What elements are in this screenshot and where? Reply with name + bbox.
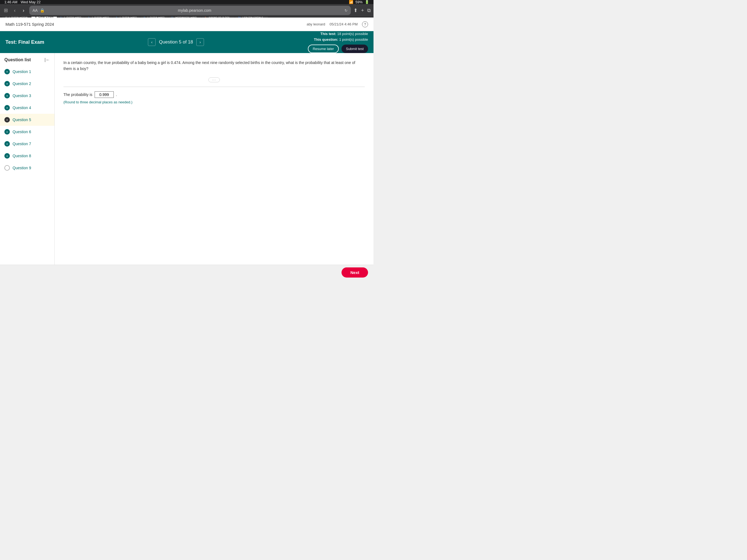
question-list-sidebar: Question list |← ● Question 1 ● Question… [0, 53, 55, 265]
question-item-3[interactable]: ● Question 3 [0, 90, 54, 102]
question-item-4[interactable]: ● Question 4 [0, 102, 54, 114]
forward-button[interactable]: › [21, 6, 27, 15]
status-time: 1:46 AM [4, 0, 18, 4]
main-layout: Question list |← ● Question 1 ● Question… [0, 53, 374, 265]
status-bar: 1:46 AM Wed May 22 📶 59% 🔋 [0, 0, 374, 4]
q-status-icon-3: ● [4, 93, 10, 98]
status-left: 1:46 AM Wed May 22 [4, 0, 41, 4]
q-status-icon-4: ● [4, 105, 10, 110]
help-icon[interactable]: ? [362, 21, 368, 27]
question-label-5: Question 5 [12, 118, 31, 122]
expand-dots: ··· [208, 77, 220, 82]
tabs-button[interactable]: ⧉ [367, 8, 371, 14]
test-right: This test: 18 point(s) possible This que… [308, 31, 368, 53]
q-status-icon-2: ● [4, 81, 10, 86]
content-area: Math 119-571 Spring 2024 aby leonard 05/… [0, 18, 374, 280]
sidebar-button[interactable]: ⊞ [3, 6, 9, 15]
question-item-9[interactable]: Question 9 [0, 162, 54, 174]
next-question-button[interactable]: › [196, 38, 204, 46]
answer-note: (Round to three decimal places as needed… [63, 100, 365, 104]
answer-row: The probability is . [63, 91, 365, 98]
address-aa: AA [32, 8, 38, 12]
app-wrapper: 1:46 AM Wed May 22 📶 59% 🔋 ⊞ ‹ › AA 🔒 my… [0, 0, 374, 280]
browser-actions: ⬆ + ⧉ [354, 7, 371, 14]
expand-handle[interactable]: ··· [63, 77, 365, 82]
answer-prefix: The probability is [63, 93, 93, 97]
q-status-icon-5: ● [4, 117, 10, 123]
battery-icon: 🔋 [365, 0, 369, 4]
question-item-6[interactable]: ● Question 6 [0, 126, 54, 138]
date-time: 05/21/24 4:46 PM [330, 22, 358, 26]
status-right: 📶 59% 🔋 [349, 0, 369, 4]
question-label-9: Question 9 [12, 166, 31, 170]
answer-suffix: . [116, 93, 117, 97]
submit-test-button[interactable]: Submit test [341, 45, 368, 53]
question-item-2[interactable]: ● Question 2 [0, 78, 54, 90]
test-header: Test: Final Exam ‹ Question 5 of 18 › Th… [0, 31, 374, 53]
q-status-icon-6: ● [4, 129, 10, 134]
test-points-info: This test: 18 point(s) possible This que… [314, 31, 368, 43]
question-item-8[interactable]: ● Question 8 [0, 150, 54, 162]
test-header-wrapper: Test: Final Exam ‹ Question 5 of 18 › Th… [0, 31, 374, 53]
question-label-8: Question 8 [12, 154, 31, 158]
q-status-icon-9 [4, 165, 10, 171]
page-user-area: aby leonard 05/21/24 4:46 PM ? [307, 21, 368, 27]
q-status-icon-8: ● [4, 153, 10, 159]
question-text: In a certain country, the true probabili… [63, 59, 365, 72]
test-label: Test: Final Exam [5, 40, 44, 45]
this-test-points: This test: 18 point(s) possible [314, 31, 368, 37]
question-content-area: In a certain country, the true probabili… [55, 53, 374, 265]
question-label-1: Question 1 [12, 70, 31, 74]
question-label-6: Question 6 [12, 130, 31, 134]
page-title: Math 119-571 Spring 2024 [5, 22, 54, 27]
question-item-7[interactable]: ● Question 7 [0, 138, 54, 150]
answer-input[interactable] [95, 91, 114, 98]
collapse-sidebar-button[interactable]: |← [45, 57, 50, 62]
bottom-bar: Next [0, 265, 374, 280]
q-status-icon-7: ● [4, 141, 10, 147]
next-button[interactable]: Next [341, 268, 368, 278]
test-actions: Resume later Submit test [308, 45, 368, 53]
question-label-2: Question 2 [12, 81, 31, 86]
question-list-title: Question list [4, 57, 31, 62]
question-item-1[interactable]: ● Question 1 [0, 66, 54, 78]
back-button[interactable]: ‹ [12, 6, 18, 15]
address-bar[interactable]: AA 🔒 mylab.pearson.com ↻ [29, 6, 351, 15]
battery-indicator: 59% [356, 0, 363, 4]
settings-icon[interactable]: ⚙ [363, 73, 368, 79]
question-item-5[interactable]: ● Question 5 [0, 114, 54, 126]
new-tab-button[interactable]: + [361, 8, 364, 14]
resume-later-button[interactable]: Resume later [308, 45, 339, 53]
page-header: Math 119-571 Spring 2024 aby leonard 05/… [0, 18, 374, 31]
test-name: Final Exam [18, 40, 44, 45]
prev-question-button[interactable]: ‹ [148, 38, 156, 46]
question-counter: Question 5 of 18 [159, 40, 193, 45]
browser-chrome: ⊞ ‹ › AA 🔒 mylab.pearson.com ↻ ⬆ + ⧉ [0, 4, 374, 17]
this-question-points: This question: 1 point(s) possible [314, 37, 368, 43]
username: aby leonard [307, 22, 325, 26]
share-button[interactable]: ⬆ [354, 7, 358, 14]
reload-button[interactable]: ↻ [344, 8, 347, 12]
question-label-4: Question 4 [12, 105, 31, 110]
test-title-area: Test: Final Exam [5, 40, 44, 45]
question-label-3: Question 3 [12, 94, 31, 98]
lock-icon: 🔒 [40, 8, 45, 12]
question-nav: ‹ Question 5 of 18 › [148, 38, 204, 46]
status-day-date: Wed May 22 [21, 0, 41, 4]
question-list-header: Question list |← [0, 53, 54, 66]
q-status-icon-1: ● [4, 69, 10, 74]
wifi-icon: 📶 [349, 0, 353, 4]
address-url: mylab.pearson.com [47, 8, 343, 12]
question-label-7: Question 7 [12, 142, 31, 146]
